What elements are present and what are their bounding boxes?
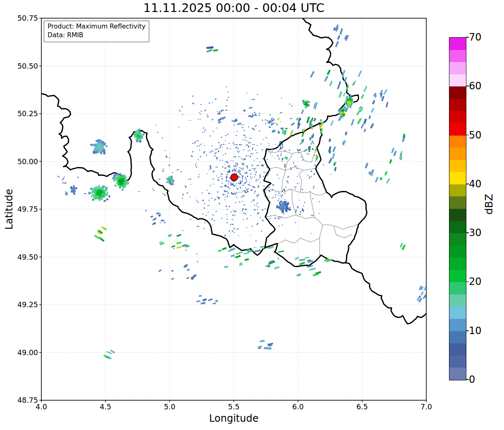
colorbar-block: [449, 74, 466, 86]
x-tick-label: 5.0: [164, 403, 175, 411]
echo-streaks-sw-arc: [158, 264, 197, 280]
x-tick-label: 6.0: [292, 403, 304, 411]
echo-streaks-lux-north: [277, 117, 323, 161]
colorbar-block: [449, 98, 466, 111]
y-tick-label: 48.75: [13, 396, 38, 404]
echo-streaks-east-mid: [389, 134, 406, 164]
echo-streaks-east-edge: [417, 286, 427, 303]
colorbar-block: [449, 184, 466, 196]
y-tick-label: 49.75: [13, 205, 38, 213]
echo-streaks-ne-right: [371, 89, 388, 113]
echo-streaks-ne-field: [301, 69, 368, 127]
colorbar-block: [449, 331, 466, 343]
radar-site-marker: [231, 174, 238, 181]
colorbar-tick-mark: [466, 330, 469, 331]
colorbar-block: [449, 233, 466, 246]
colorbar-block: [449, 50, 466, 62]
canton-border: [299, 170, 304, 192]
colorbar-tick-mark: [466, 86, 469, 86]
colorbar-tick-label: 40: [469, 178, 482, 190]
colorbar-tick-mark: [466, 379, 469, 380]
canton-border: [320, 225, 322, 256]
colorbar-block: [449, 343, 466, 356]
info-box: Product: Maximum Reflectivity Data: RMIB: [44, 21, 149, 42]
canton-border: [270, 167, 316, 170]
echo-blob-namur-N: [91, 139, 107, 155]
echo-streaks-lux-ne: [328, 131, 347, 171]
echo-streaks-ne-right2: [361, 115, 374, 132]
colorbar-tick-mark: [466, 282, 469, 282]
echo-streaks-mid-faint: [217, 107, 254, 126]
y-tick-label: 50.75: [13, 14, 38, 22]
x-tick-label: 7.0: [420, 403, 432, 411]
colorbar-block: [449, 368, 466, 380]
radar-map-plot: [0, 0, 504, 430]
echo-streaks-sw-diag: [94, 226, 107, 242]
x-axis-label: Longitude: [41, 413, 426, 424]
colorbar-tick-mark: [466, 232, 469, 233]
colorbar-block: [449, 160, 466, 172]
echo-speckle-west-field: [57, 176, 96, 196]
colorbar-block: [449, 209, 466, 221]
colorbar-block: [449, 270, 466, 282]
colorbar-block: [449, 306, 466, 319]
radar-site-marker-layer: [231, 174, 238, 181]
y-tick-label: 49.25: [13, 301, 38, 309]
echo-blob-rumigny-green: [88, 185, 110, 202]
colorbar-tick-label: 30: [469, 227, 482, 239]
echo-streaks-far-south: [103, 350, 115, 359]
canton-border: [264, 189, 326, 195]
echo-streaks-ne-top: [333, 24, 349, 47]
echo-streaks-south-blue: [258, 340, 273, 350]
x-tick-label: 5.5: [228, 403, 240, 411]
echo-streaks-south-west: [159, 234, 190, 249]
colorbar-tick-label: 0: [469, 374, 475, 385]
echo-streaks-east2: [365, 163, 390, 184]
colorbar-tick-label: 70: [469, 31, 482, 43]
colorbar-block: [449, 172, 466, 184]
figure: { "title": "11.11.2025 00:00 - 00:04 UTC…: [0, 0, 504, 430]
colorbar-block: [449, 355, 466, 368]
canton-border: [310, 191, 315, 218]
colorbar-block: [449, 282, 466, 294]
country-border-france-germany: [345, 263, 426, 324]
echo-streaks-top-center: [206, 46, 218, 53]
colorbar-block: [449, 111, 466, 123]
colorbar-block: [449, 135, 466, 148]
canton-border: [277, 238, 320, 244]
y-tick-label: 50.50: [13, 62, 38, 70]
colorbar-tick-mark: [466, 37, 469, 38]
echo-streaks-east-green: [400, 243, 406, 250]
y-tick-label: 49.00: [13, 349, 38, 357]
colorbar-block: [449, 148, 466, 160]
colorbar-block: [449, 319, 466, 331]
colorbar-block: [449, 294, 466, 307]
colorbar-label: dBZ: [483, 175, 495, 233]
canton-border: [334, 227, 352, 238]
colorbar-block: [449, 245, 466, 258]
y-tick-label: 49.50: [13, 253, 38, 261]
plot-title: 11.11.2025 00:00 - 00:04 UTC: [41, 1, 426, 15]
colorbar-tick-label: 50: [469, 129, 482, 141]
radar-echo-layer: [57, 24, 427, 359]
colorbar-block: [449, 196, 466, 209]
colorbar-block: [449, 86, 466, 99]
canton-border: [291, 189, 296, 215]
colorbar-block: [449, 62, 466, 74]
axes-layer: [39, 18, 426, 402]
colorbar-tick-label: 10: [469, 325, 482, 337]
echo-blob-rocroi-green: [112, 173, 129, 191]
echo-blob-ne-green: [302, 100, 310, 108]
colorbar-tick-label: 20: [469, 276, 482, 287]
y-tick-label: 50.25: [13, 110, 38, 118]
colorbar-tick-mark: [466, 184, 469, 184]
info-box-product: Product: Maximum Reflectivity: [48, 22, 146, 31]
colorbar-block: [449, 38, 466, 50]
y-tick-label: 50.00: [13, 158, 38, 166]
x-tick-label: 6.5: [356, 403, 368, 411]
colorbar: [449, 37, 466, 380]
x-tick-label: 4.5: [100, 403, 111, 411]
colorbar-tick-mark: [466, 135, 469, 136]
grid-layer: [41, 18, 426, 400]
info-box-source: Data: RMIB: [48, 31, 146, 40]
